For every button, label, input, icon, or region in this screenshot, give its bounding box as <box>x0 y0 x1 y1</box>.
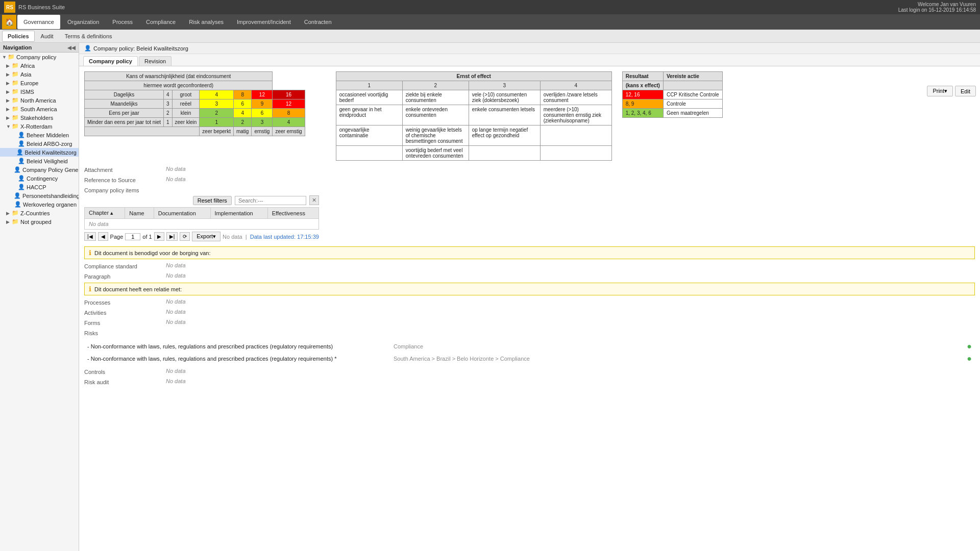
processes-row: Processes No data <box>84 298 975 306</box>
sidebar-item-contingency[interactable]: 👤 Contingency <box>0 174 79 183</box>
expand-icon: ▼ <box>2 55 6 60</box>
sidebar-item-werkoverleg-organen[interactable]: 👤 Werkoverleg organen <box>0 200 79 209</box>
sidebar-item-not-grouped-label: Not grouped <box>20 219 52 225</box>
result-section: Resultaat Vereiste actie (kans x effect)… <box>622 71 723 161</box>
subnav-terms[interactable]: Terms & definitions <box>60 31 117 42</box>
sidebar-item-beheer-middelen[interactable]: 👤 Beheer Middelen <box>0 131 79 139</box>
table-no-data: No data <box>85 219 319 230</box>
sidebar-item-z-countries[interactable]: ▶ 📁 Z-Countries <box>0 209 79 217</box>
processes-value: No data <box>166 298 186 305</box>
breadcrumb-text: Company policy: Beleid Kwaliteitszorg <box>93 45 188 52</box>
no-data-label: No data <box>223 234 242 240</box>
app-logo: RS <box>4 2 15 13</box>
sidebar-item-europe[interactable]: ▶ 📁 Europe <box>0 79 79 87</box>
freq-minder: Minder dan eens per jaar tot niet <box>85 118 164 127</box>
attachment-value: No data <box>166 166 186 172</box>
sidebar-item-north-america[interactable]: ▶ 📁 North America <box>0 96 79 105</box>
page-first-button[interactable]: |◀ <box>84 232 96 241</box>
sidebar-item-north-america-label: North America <box>20 97 56 104</box>
risk-row-1: - Non-conformance with laws, rules, regu… <box>84 340 975 353</box>
policy-items-section: Company policy items Reset filters ✕ Cha… <box>84 186 975 243</box>
notice-text-1: Dit document is benodigd voor de borging… <box>94 250 210 256</box>
topbar: RS RS Business Suite Welcome Jan van Vuu… <box>0 0 980 14</box>
matrix-left: Kans of waarschijnlijkheid (dat eindcons… <box>84 71 305 161</box>
activities-row: Activities No data <box>84 309 975 316</box>
page-prev-button[interactable]: ◀ <box>98 232 108 241</box>
policy-items-label: Company policy items <box>84 186 166 193</box>
sidebar-item-south-america[interactable]: ▶ 📁 South America <box>0 105 79 113</box>
search-input[interactable] <box>235 196 306 205</box>
last-updated: Data last updated: 17:15:39 <box>250 234 319 240</box>
tree-root-company-policy[interactable]: ▼ 📁 Company policy <box>0 53 79 61</box>
controls-label: Controls <box>84 368 166 375</box>
ernst-cell-1-3: vele (>10) consumenten ziek (doktersbezo… <box>469 90 540 105</box>
sidebar-item-beheer-label: Beheer Middelen <box>27 132 69 138</box>
sidebar-item-stakeholders[interactable]: ▶ 📁 Stakeholders <box>0 113 79 122</box>
page-next-button[interactable]: ▶ <box>154 232 164 241</box>
sidebar-item-company-policy-general[interactable]: 👤 Company Policy General <box>0 165 79 174</box>
reference-row: Reference to Source No data <box>84 176 975 183</box>
sidebar-item-personeetshandleiding[interactable]: 👤 Personeetshandleiding <box>0 191 79 200</box>
nav-governance[interactable]: Governance <box>17 15 60 29</box>
matrix-title1: Kans of waarschijnlijkheid (dat eindcons… <box>85 72 273 81</box>
sidebar-item-contingency-label: Contingency <box>27 176 58 182</box>
sidebar-collapse-button[interactable]: ◀◀ <box>67 45 76 51</box>
ernst-cell-1-2: ziekte bij enkele consumenten <box>402 90 469 105</box>
nav-risk-analyses[interactable]: Risk analyses <box>183 15 230 29</box>
page-input[interactable] <box>125 233 140 240</box>
page-refresh-button[interactable]: ⟳ <box>180 232 190 241</box>
paragraph-label: Paragraph <box>84 272 166 280</box>
print-button[interactable]: Print▾ <box>927 86 953 96</box>
risks-section: Risks - Non-conformance with laws, rules… <box>84 329 975 365</box>
nav-process[interactable]: Process <box>106 15 139 29</box>
sidebar-item-x-rotterdam-label: X-Rotterdam <box>20 123 52 130</box>
result-range-3: 1, 2, 3, 4, 6 <box>622 109 663 118</box>
sidebar-item-beleid-kwaliteitszorg[interactable]: 👤 Beleid Kwaliteitszorg <box>0 148 79 157</box>
sidebar-item-beleid-kwaliteitszorg-label: Beleid Kwaliteitszorg <box>25 149 77 156</box>
sidebar-item-not-grouped[interactable]: ▶ 📁 Not grouped <box>0 217 79 226</box>
sidebar-item-africa[interactable]: ▶ 📁 Africa <box>0 61 79 70</box>
col-name: Name <box>125 208 154 219</box>
edit-button[interactable]: Edit <box>955 86 976 96</box>
result-table: Resultaat Vereiste actie (kans x effect)… <box>622 71 723 118</box>
page-last-button[interactable]: ▶| <box>166 232 178 241</box>
ernst-cell-3-4 <box>540 126 611 146</box>
sidebar-item-south-america-label: South America <box>20 106 57 112</box>
tab-company-policy[interactable]: Company policy <box>83 56 138 66</box>
reference-value: No data <box>166 176 186 182</box>
nav-compliance[interactable]: Compliance <box>140 15 182 29</box>
risk-audit-label: Risk audit <box>84 378 166 385</box>
notice-icon-1: ℹ <box>89 249 91 257</box>
ernst-cell-4-2: voortijdig bederf met veel ontevreden co… <box>402 146 469 161</box>
last-login: Last login on 16-12-2019 16:14:58 <box>898 7 976 13</box>
reset-filters-button[interactable]: Reset filters <box>193 196 232 205</box>
risk-dot-2: ● <box>933 353 975 365</box>
clear-search-button[interactable]: ✕ <box>309 195 319 205</box>
tab-revision[interactable]: Revision <box>139 56 172 66</box>
sidebar-item-x-rotterdam[interactable]: ▼ 📁 X-Rotterdam <box>0 122 79 131</box>
sidebar-item-beleid-veiligheid[interactable]: 👤 Beleid Veiligheid <box>0 157 79 165</box>
sidebar-item-asia[interactable]: ▶ 📁 Asia <box>0 70 79 79</box>
freq-eens-per-jaar: Eens per jaar <box>85 109 164 118</box>
nav-improvement[interactable]: Improvement/Incident <box>231 15 297 29</box>
ernst-cell-3-1: ongevaarlijke contaminatie <box>336 126 402 146</box>
export-button[interactable]: Export▾ <box>192 232 220 241</box>
subnav-audit[interactable]: Audit <box>36 31 59 42</box>
sidebar: Navigation ◀◀ ▼ 📁 Company policy ▶ 📁 Afr… <box>0 43 79 551</box>
sidebar-item-haccp[interactable]: 👤 HACCP <box>0 183 79 191</box>
sidebar-item-isms[interactable]: ▶ 📁 ISMS <box>0 87 79 96</box>
sidebar-item-isms-label: ISMS <box>20 89 34 95</box>
breadcrumb-icon: 👤 <box>84 45 91 52</box>
nav-organization[interactable]: Organization <box>61 15 105 29</box>
ernst-table: Ernst of effect 1 2 3 4 occasioneel voor… <box>336 71 612 161</box>
notice-box-2: ℹ Dit document heeft een relatie met: <box>84 283 975 295</box>
tree-root-label: Company policy <box>16 54 56 60</box>
pagination: |◀ ◀ Page of 1 ▶ ▶| ⟳ Export▾ No data | … <box>84 230 319 243</box>
home-button[interactable]: 🏠 <box>2 15 16 29</box>
risk-tag-1: Compliance <box>390 340 933 353</box>
sidebar-item-beleid-arbo[interactable]: 👤 Beleid ARBO-zorg <box>0 139 79 148</box>
nav-contracten[interactable]: Contracten <box>298 15 338 29</box>
subnav-policies[interactable]: Policies <box>2 31 35 42</box>
table-row-no-data: No data <box>85 219 319 230</box>
sidebar-item-asia-label: Asia <box>20 71 31 78</box>
